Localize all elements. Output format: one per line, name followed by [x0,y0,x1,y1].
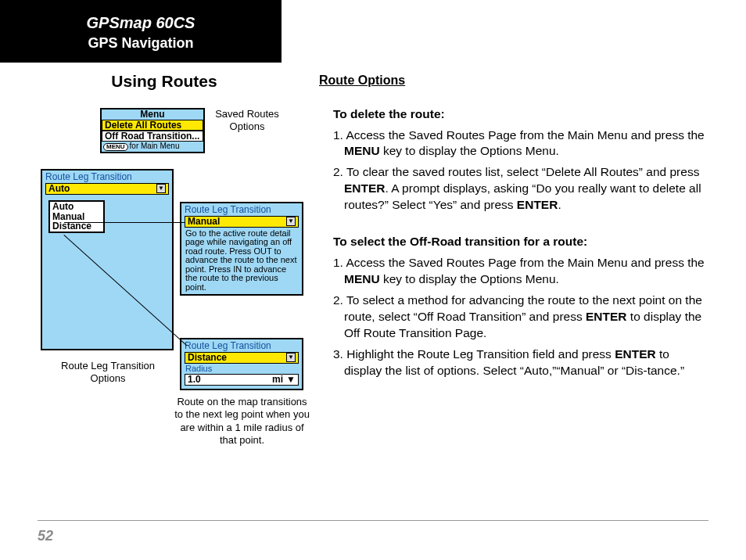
dropdown-icon[interactable]: ▼ [156,184,166,193]
dropdown-icon[interactable]: ▼ [286,217,296,226]
header-line2: GPS Navigation [0,35,282,52]
manual-selected-row[interactable]: Manual ▼ [185,216,299,228]
menu-item-delete-all[interactable]: Delete All Routes [102,120,203,131]
right-column: Route Options To delete the route: 1. Ac… [319,72,710,384]
screen-manual-title: Route Leg Transition [181,203,302,215]
offroad-step-2: 2. To select a method for advancing the … [333,293,710,342]
menu-button-pill: MENU [103,143,128,151]
auto-selected-value: Auto [48,184,70,194]
screen-auto-title: Route Leg Transition [42,171,172,182]
manual-selected-value: Manual [188,217,220,227]
heading-route-options: Route Options [319,72,710,89]
caption-distance: Route on the map transitions to the next… [174,396,310,447]
distance-selected-row[interactable]: Distance ▼ [185,352,299,364]
screen-distance: Route Leg Transition Distance ▼ Radius 1… [180,338,303,390]
radius-label: Radius [181,364,302,374]
radius-value-row[interactable]: 1.0 mi ▼ [185,374,299,386]
manual-body-text: Go to the active route detail page while… [181,228,302,295]
footer-rule [38,520,708,521]
dropdown-icon[interactable]: ▼ [286,375,296,385]
screen-auto: Route Leg Transition Auto ▼ Auto Manual … [41,169,174,350]
connector-line [64,222,185,223]
auto-options-list: Auto Manual Distance [48,200,105,233]
radius-value: 1.0 [188,375,201,385]
auto-selected-row[interactable]: Auto ▼ [45,183,169,195]
radius-unit: mi [272,375,283,385]
delete-step-2: 2. To clear the saved routes list, selec… [333,164,710,214]
subheading-delete: To delete the route: [333,106,710,123]
delete-step-1: 1. Access the Saved Routes Page from the… [333,127,710,160]
page-header: GPSmap 60CS GPS Navigation [0,0,282,63]
menu-footer: MENUfor Main Menu [102,142,203,152]
menu-title: Menu [102,109,203,120]
offroad-step-3: 3. Highlight the Route Leg Transition fi… [333,346,710,379]
page-number: 52 [38,528,53,544]
section-title: Using Routes [47,72,282,91]
menu-popup: Menu Delete All Routes Off Road Transiti… [100,108,205,153]
menu-item-off-road[interactable]: Off Road Transition... [102,131,203,142]
option-auto[interactable]: Auto [50,202,103,212]
caption-saved-routes: Saved Routes Options [208,108,286,134]
subheading-offroad: To select the Off-Road transition for a … [333,234,710,250]
offroad-step-1: 1. Access the Saved Routes Page from the… [333,255,710,288]
distance-selected-value: Distance [188,353,227,363]
option-distance[interactable]: Distance [50,221,103,232]
caption-rlt-options: Route Leg Transition Options [45,360,170,386]
header-line1: GPSmap 60CS [0,14,282,32]
screen-distance-title: Route Leg Transition [181,339,302,351]
dropdown-icon[interactable]: ▼ [286,353,296,362]
screen-manual: Route Leg Transition Manual ▼ Go to the … [180,202,303,296]
menu-footer-text: for Main Menu [130,142,180,150]
